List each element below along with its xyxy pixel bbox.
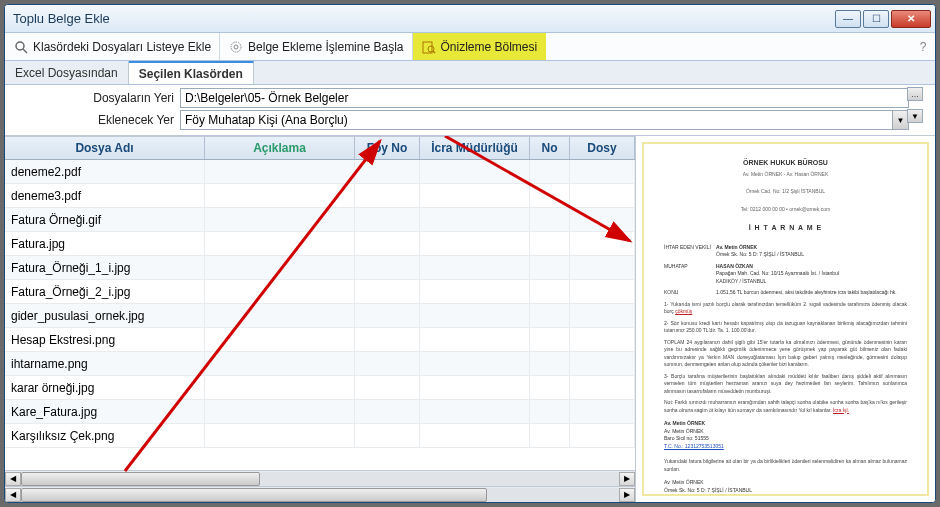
cell-c4 bbox=[420, 256, 530, 279]
cell-c4 bbox=[420, 160, 530, 183]
svg-point-2 bbox=[231, 42, 241, 52]
col-header-dosy[interactable]: Dosy bbox=[570, 137, 635, 159]
table-row[interactable]: Kare_Fatura.jpg bbox=[5, 400, 635, 424]
outer-hscroll[interactable]: ◀ ▶ bbox=[5, 486, 635, 502]
path-browse-button[interactable]: … bbox=[907, 87, 923, 101]
cell-c6 bbox=[570, 208, 635, 231]
start-add-button[interactable]: Belge Ekleme İşlemine Başla bbox=[220, 33, 412, 60]
tab-excel[interactable]: Excel Dosyasından bbox=[5, 61, 129, 84]
outer-scroll-left[interactable]: ◀ bbox=[5, 488, 21, 502]
table-row[interactable]: ihtarname.png bbox=[5, 352, 635, 376]
start-add-label: Belge Ekleme İşlemine Başla bbox=[248, 40, 403, 54]
cell-c2 bbox=[205, 376, 355, 399]
doc-field-1: İHTAR EDEN VEKİLİ Av. Metin ÖRNEK Örnek … bbox=[664, 244, 907, 259]
cell-c2 bbox=[205, 256, 355, 279]
table-row[interactable]: karar örneği.jpg bbox=[5, 376, 635, 400]
cell-c6 bbox=[570, 376, 635, 399]
close-button[interactable]: ✕ bbox=[891, 10, 931, 28]
chevron-down-icon: ▼ bbox=[892, 111, 908, 129]
cell-c2 bbox=[205, 400, 355, 423]
cell-c4 bbox=[420, 232, 530, 255]
outer-scroll-right[interactable]: ▶ bbox=[619, 488, 635, 502]
cell-c4 bbox=[420, 304, 530, 327]
grid-body[interactable]: deneme2.pdfdeneme3.pdfFatura Örneği.gifF… bbox=[5, 160, 635, 470]
cell-c3 bbox=[355, 400, 420, 423]
minimize-button[interactable]: — bbox=[835, 10, 861, 28]
cell-c6 bbox=[570, 328, 635, 351]
tab-folder[interactable]: Seçilen Klasörden bbox=[129, 61, 254, 84]
doc-title: İ H T A R N A M E bbox=[664, 223, 907, 234]
cell-c3 bbox=[355, 280, 420, 303]
maximize-button[interactable]: ☐ bbox=[863, 10, 889, 28]
doc-f3-lbl: KONU bbox=[664, 289, 716, 297]
columns-menu-button[interactable]: ▼ bbox=[907, 109, 923, 123]
doc-f1-lbl: İHTAR EDEN VEKİLİ bbox=[664, 244, 716, 259]
cell-c3 bbox=[355, 208, 420, 231]
grid-hscroll[interactable]: ◀ ▶ bbox=[5, 470, 635, 486]
grid-header: Dosya Adı Açıklama Föy No İcra Müdürlüğü… bbox=[5, 136, 635, 160]
cell-c1: Fatura_Örneği_1_i.jpg bbox=[5, 256, 205, 279]
outer-scroll-thumb[interactable] bbox=[21, 488, 487, 502]
doc-f2-lbl: MUHATAP bbox=[664, 263, 716, 286]
main-area: Dosya Adı Açıklama Föy No İcra Müdürlüğü… bbox=[5, 136, 935, 502]
window-title: Toplu Belge Ekle bbox=[13, 11, 835, 26]
preview-panel: ÖRNEK HUKUK BÜROSU Av. Metin ÖRNEK - Av.… bbox=[635, 136, 935, 502]
cell-c2 bbox=[205, 232, 355, 255]
cell-c2 bbox=[205, 424, 355, 447]
path-label: Dosyaların Yeri bbox=[5, 91, 180, 105]
doc-footer-sig: Av. Metin ÖRNEK Örnek Sk. No: 5 D: 7 ŞİŞ… bbox=[664, 479, 907, 494]
scroll-right-button[interactable]: ▶ bbox=[619, 472, 635, 486]
cell-c6 bbox=[570, 352, 635, 375]
cell-c5 bbox=[530, 328, 570, 351]
col-header-desc[interactable]: Açıklama bbox=[205, 137, 355, 159]
outer-scroll-track[interactable] bbox=[21, 488, 619, 502]
table-row[interactable]: gider_pusulasi_ornek.jpg bbox=[5, 304, 635, 328]
scroll-thumb[interactable] bbox=[21, 472, 260, 486]
svg-line-6 bbox=[433, 51, 435, 53]
scroll-track[interactable] bbox=[21, 472, 619, 486]
scroll-left-button[interactable]: ◀ bbox=[5, 472, 21, 486]
grid-panel: Dosya Adı Açıklama Föy No İcra Müdürlüğü… bbox=[5, 136, 635, 502]
path-input[interactable] bbox=[180, 88, 909, 108]
col-header-icra[interactable]: İcra Müdürlüğü bbox=[420, 137, 530, 159]
list-files-button[interactable]: Klasördeki Dosyaları Listeye Ekle bbox=[5, 33, 220, 60]
dest-dropdown[interactable]: Föy Muhatap Kişi (Ana Borçlu) ▼ bbox=[180, 110, 909, 130]
cell-c6 bbox=[570, 400, 635, 423]
doc-field-3: KONU 1.051,56 TL borcun ödenmesi, aksi t… bbox=[664, 289, 907, 297]
cell-c6 bbox=[570, 424, 635, 447]
cell-c5 bbox=[530, 184, 570, 207]
help-icon: ? bbox=[920, 40, 927, 54]
col-header-no[interactable]: No bbox=[530, 137, 570, 159]
table-row[interactable]: Fatura_Örneği_1_i.jpg bbox=[5, 256, 635, 280]
cell-c5 bbox=[530, 232, 570, 255]
magnifier-icon bbox=[13, 39, 29, 55]
cell-c5 bbox=[530, 304, 570, 327]
form-area: Dosyaların Yeri Eklenecek Yer Föy Muhata… bbox=[5, 85, 935, 136]
help-button[interactable]: ? bbox=[911, 33, 935, 60]
table-row[interactable]: Fatura Örneği.gif bbox=[5, 208, 635, 232]
doc-f3-val: 1.051,56 TL borcun ödenmesi, aksi takdir… bbox=[716, 289, 907, 297]
doc-para-1: 1- Yukarıda ismi yazılı borçlu olarak ta… bbox=[664, 301, 907, 316]
doc-sub1: Av. Metin ÖRNEK - Av. Hasan ÖRNEK bbox=[664, 171, 907, 179]
cell-c5 bbox=[530, 280, 570, 303]
list-files-label: Klasördeki Dosyaları Listeye Ekle bbox=[33, 40, 211, 54]
table-row[interactable]: Fatura.jpg bbox=[5, 232, 635, 256]
doc-para-4: 3- Borçlu tarafına müşterilerinin başlat… bbox=[664, 373, 907, 396]
cell-c2 bbox=[205, 280, 355, 303]
doc-para-2: 2- Söz konusu kredi kartı hesabı kapatıl… bbox=[664, 320, 907, 335]
cell-c5 bbox=[530, 208, 570, 231]
table-row[interactable]: Fatura_Örneği_2_i.jpg bbox=[5, 280, 635, 304]
cell-c5 bbox=[530, 352, 570, 375]
table-row[interactable]: Karşılıksız Çek.png bbox=[5, 424, 635, 448]
table-row[interactable]: deneme2.pdf bbox=[5, 160, 635, 184]
col-header-filename[interactable]: Dosya Adı bbox=[5, 137, 205, 159]
col-header-foyno[interactable]: Föy No bbox=[355, 137, 420, 159]
table-row[interactable]: Hesap Ekstresi.png bbox=[5, 328, 635, 352]
source-tabs: Excel Dosyasından Seçilen Klasörden bbox=[5, 61, 935, 85]
cell-c6 bbox=[570, 184, 635, 207]
preview-toggle-button[interactable]: Önizleme Bölmesi bbox=[413, 33, 547, 60]
dest-label: Eklenecek Yer bbox=[5, 113, 180, 127]
cell-c3 bbox=[355, 328, 420, 351]
table-row[interactable]: deneme3.pdf bbox=[5, 184, 635, 208]
doc-f1-val: Av. Metin ÖRNEK Örnek Sk. No: 5 D: 7 ŞİŞ… bbox=[716, 244, 907, 259]
